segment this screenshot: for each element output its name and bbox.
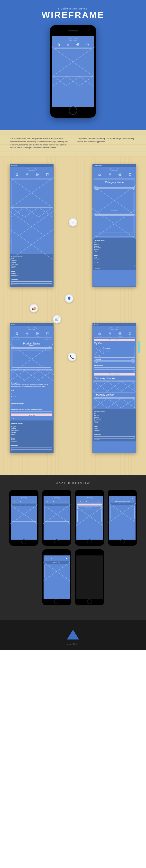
cart-item-image	[95, 347, 103, 354]
preview-phone: 🔒☰🌐🛒❤ Welcome, User!	[42, 549, 71, 606]
menu-nav[interactable]: Menu	[26, 173, 29, 178]
footer-logo-triangle	[67, 630, 79, 640]
cart-nav[interactable]: Cart	[128, 173, 132, 178]
node-menu: ☰	[69, 218, 77, 226]
language-nav[interactable]: Language	[35, 173, 39, 178]
qty-stepper[interactable]: 1	[97, 355, 100, 357]
cart-nav[interactable]: Cart	[45, 173, 49, 178]
recent-thumb[interactable]	[94, 398, 107, 408]
thumb-placeholder	[67, 76, 79, 86]
svg-point-15	[48, 334, 48, 335]
also-like-title: You may also like	[94, 375, 135, 381]
language-nav[interactable]: Language	[118, 173, 122, 178]
feedback-tab[interactable]	[138, 341, 140, 353]
account-nav[interactable]: My Account	[14, 332, 20, 337]
menu-nav[interactable]: Menu	[108, 332, 112, 337]
promo-dropdown[interactable]: Promocode ▾	[95, 359, 101, 360]
footer-link[interactable]: Contact	[11, 267, 15, 269]
cart-icon	[86, 43, 89, 46]
frame-topbar: Category Name	[93, 164, 136, 167]
footer-social-heading: Social	[11, 271, 15, 272]
cart-item-name: Item name	[104, 347, 110, 349]
frame-footer: Customer Service Help Shop Info Shipping…	[10, 254, 53, 286]
mobile-preview-title: MOBILE PREVIEW	[5, 482, 141, 485]
size-heading: Size	[11, 390, 14, 391]
recent-thumb[interactable]	[108, 398, 121, 408]
language-nav[interactable]: Language	[35, 332, 39, 337]
vehicle-select[interactable]	[11, 405, 52, 407]
node-phone: 📞	[68, 352, 76, 361]
hero-section: mobile e-commerce WIREFRAME	[0, 0, 146, 130]
logo-placeholder	[68, 38, 78, 41]
reco-thumb[interactable]	[108, 381, 121, 391]
footer-newsletter-heading: Newsletter	[11, 278, 18, 280]
lock-icon	[57, 43, 60, 46]
newsletter-input[interactable]	[11, 447, 52, 450]
product-image[interactable]	[95, 215, 134, 232]
proceed-checkout-button[interactable]: Proceed to checkout	[94, 339, 135, 341]
frame-product: Product My Account Menu Language Cart ← …	[10, 323, 53, 453]
frame-topbar: Homepage	[10, 164, 53, 167]
privacy-link[interactable]: Privacy Policy	[11, 284, 52, 285]
newsletter-input[interactable]	[11, 281, 52, 284]
mobile-preview-section: MOBILE PREVIEW 🔒☰🌐🛒 Welcome, User! 🔒☰🌐🛒 …	[0, 475, 146, 620]
globe-icon	[76, 43, 80, 46]
prev-product-link[interactable]: ← Previous Product	[11, 339, 20, 340]
newsletter-input[interactable]	[94, 436, 135, 438]
product-thumb[interactable]	[11, 371, 24, 380]
account-nav[interactable]: My Account	[97, 173, 102, 178]
menu-nav[interactable]: Menu	[108, 173, 112, 178]
svg-point-14	[47, 334, 47, 335]
product-thumb[interactable]	[39, 371, 52, 380]
next-product-link[interactable]: Next Product →	[45, 339, 52, 340]
shipping-select[interactable]	[94, 367, 135, 370]
qty-input[interactable]	[11, 399, 21, 401]
heart-icon[interactable]: ♡	[133, 235, 134, 236]
recent-thumb[interactable]	[122, 398, 135, 408]
frame-category: Category Name My Account Menu Language C…	[93, 164, 136, 287]
preview-phone	[75, 549, 104, 606]
account-nav[interactable]: My Account	[14, 173, 20, 178]
reco-thumb[interactable]	[122, 381, 135, 391]
thumb-row	[54, 76, 92, 86]
product-image[interactable]	[95, 192, 134, 209]
menu-icon	[66, 43, 70, 46]
add-to-cart-button[interactable]: Add to cart	[11, 414, 52, 416]
svg-point-2	[87, 45, 87, 46]
total-label: Total	[94, 370, 135, 372]
intro-col-1: The Wireframe has been designed as a def…	[10, 137, 69, 150]
share-icons[interactable]: f ◉ t ⊕ ✉ ♡	[11, 417, 52, 420]
footer-link[interactable]: Return Policy	[11, 264, 19, 265]
banner-placeholder	[11, 236, 52, 253]
recently-viewed-title: Recently viewed	[94, 392, 135, 398]
zip-input[interactable]	[11, 411, 52, 414]
cart-title: My Cart	[94, 341, 135, 345]
node-user: 👤	[65, 294, 73, 303]
footer-est: est. 2014	[0, 643, 146, 645]
sort-bar[interactable]: Sort by▾	[94, 186, 135, 188]
footer-link[interactable]: Facebook	[11, 275, 16, 276]
proceed-checkout-button-2[interactable]: Proceed to checkout	[94, 373, 135, 375]
footer-link[interactable]: Shipping	[11, 261, 16, 263]
cart-nav[interactable]: Cart	[128, 332, 132, 337]
menu-nav[interactable]: Menu	[26, 332, 29, 337]
reco-thumb[interactable]	[94, 381, 107, 391]
language-nav[interactable]: Language	[118, 332, 122, 337]
product-price: $56.00	[12, 345, 51, 346]
footer-link[interactable]: Shop Info	[11, 260, 16, 261]
phone-screen	[52, 36, 94, 107]
footer-link[interactable]: Payment	[11, 265, 16, 267]
hero-title: WIREFRAME	[0, 10, 146, 20]
heart-icon[interactable]: ♡	[133, 211, 134, 212]
size-select[interactable]	[11, 393, 52, 395]
product-thumb[interactable]	[25, 371, 38, 380]
nav-bar	[54, 42, 92, 48]
svg-rect-8	[99, 174, 101, 176]
newsletter-input[interactable]	[94, 265, 135, 267]
welcome-banner: Welcome, User!	[12, 503, 36, 506]
cart-nav[interactable]: Cart	[45, 332, 49, 337]
svg-point-3	[88, 45, 88, 46]
footer-link[interactable]: Twitter	[11, 273, 15, 274]
frame-homepage: Homepage My Account Menu Language Cart C…	[10, 164, 53, 287]
account-nav[interactable]: My Account	[97, 332, 102, 337]
